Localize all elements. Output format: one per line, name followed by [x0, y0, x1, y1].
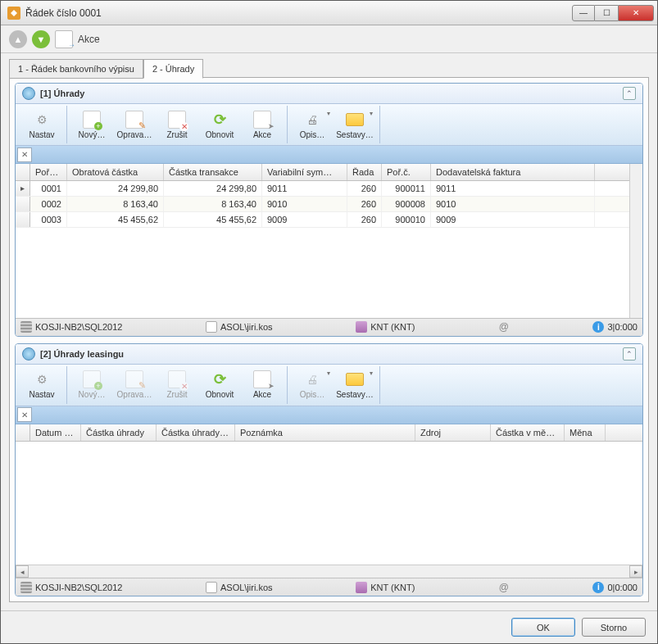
nav-up-icon[interactable]: ▲: [9, 30, 27, 48]
paper-action-icon[interactable]: [55, 30, 73, 48]
minimize-button[interactable]: —: [572, 5, 595, 21]
db-icon: [356, 582, 367, 593]
toolbar-uhrady: ⚙Nastav Nový… Oprava… Zrušit ⟳Obnovit Ak…: [16, 104, 642, 146]
table-row[interactable]: 0003 45 455,62 45 455,62 9009 260 900010…: [16, 212, 629, 228]
window: Řádek číslo 0001 — ☐ ✕ ▲ ▼ Akce 1 - Řáde…: [0, 0, 658, 644]
world-icon: [22, 347, 35, 361]
status-bar-uhrady: KOSJI-NB2\SQL2012 ASOL\jiri.kos KNT (KNT…: [16, 318, 642, 336]
grid-uhrady: Poř… Obratová částka Částka transakce Va…: [16, 164, 642, 318]
col-poznamka[interactable]: Poznámka: [235, 424, 415, 441]
tab-panel: [1] Úhrady ⌃ ⚙Nastav Nový… Oprava… Zruši…: [9, 77, 649, 602]
filter-bar: ✕: [16, 406, 642, 424]
grid-body: ▸ 0001 24 299,80 24 299,80 9011 260 9000…: [16, 181, 629, 318]
col-zdroj[interactable]: Zdroj: [415, 424, 491, 441]
status-server: KOSJI-NB2\SQL2012: [35, 583, 122, 592]
section-leasingu: [2] Úhrady leasingu ⌃ ⚙Nastav Nový… Opra…: [15, 343, 643, 597]
tab-strip: 1 - Řádek bankovního výpisu 2 - Úhrady: [9, 58, 649, 78]
zrusit-button[interactable]: Zrušit: [156, 366, 198, 404]
client-area: 1 - Řádek bankovního výpisu 2 - Úhrady […: [1, 53, 657, 610]
zrusit-button[interactable]: Zrušit: [156, 106, 198, 143]
table-row[interactable]: 0002 8 163,40 8 163,40 9010 260 900008 9…: [16, 197, 629, 212]
user-icon: [206, 582, 217, 593]
nastav-button[interactable]: ⚙Nastav: [20, 106, 63, 143]
akce-button[interactable]: Akce: [241, 366, 284, 404]
info-icon: i: [592, 321, 604, 333]
collapse-button[interactable]: ⌃: [623, 87, 636, 100]
clear-filter-button[interactable]: ✕: [17, 147, 32, 162]
table-row[interactable]: ▸ 0001 24 299,80 24 299,80 9011 260 9000…: [16, 181, 629, 197]
grid-body: [16, 442, 642, 565]
world-icon: [22, 87, 35, 100]
col-castka[interactable]: Částka úhrady: [81, 424, 157, 441]
row-selector-icon[interactable]: ▸: [16, 181, 30, 196]
grid-header: Poř… Obratová částka Částka transakce Va…: [16, 164, 629, 181]
obnovit-button[interactable]: ⟳Obnovit: [198, 106, 241, 143]
grid-header: Datum v… Částka úhrady Částka úhrady … P…: [16, 424, 642, 442]
col-por[interactable]: Poř…: [30, 164, 67, 180]
obnovit-button[interactable]: ⟳Obnovit: [198, 366, 241, 404]
app-icon: [7, 7, 20, 20]
sestavy-button[interactable]: Sestavy…▾: [334, 366, 376, 404]
ribbon-action-label[interactable]: Akce: [78, 34, 100, 45]
window-title: Řádek číslo 0001: [25, 7, 572, 19]
section-uhrady: [1] Úhrady ⌃ ⚙Nastav Nový… Oprava… Zruši…: [15, 83, 643, 337]
nav-down-icon[interactable]: ▼: [32, 30, 50, 48]
close-button[interactable]: ✕: [618, 5, 654, 21]
tab-uhrady[interactable]: 2 - Úhrady: [143, 59, 203, 79]
status-count: 3|0:000: [607, 322, 638, 332]
col-porc[interactable]: Poř.č.: [382, 164, 431, 180]
status-user: ASOL\jiri.kos: [220, 322, 273, 332]
ribbon-bar: ▲ ▼ Akce: [1, 25, 657, 53]
status-db: KNT (KNT): [370, 322, 415, 332]
col-mena[interactable]: Měna: [565, 424, 606, 441]
section-title: [2] Úhrady leasingu: [40, 349, 618, 359]
toolbar-leasingu: ⚙Nastav Nový… Oprava… Zrušit ⟳Obnovit Ak…: [16, 365, 642, 406]
status-count: 0|0:000: [607, 583, 638, 592]
vertical-scrollbar[interactable]: [629, 164, 642, 318]
akce-button[interactable]: Akce: [241, 106, 284, 143]
button-bar: OK Storno: [1, 610, 657, 643]
nastav-button[interactable]: ⚙Nastav: [20, 366, 63, 404]
db-icon: [356, 321, 367, 333]
ok-button[interactable]: OK: [511, 618, 575, 637]
status-server: KOSJI-NB2\SQL2012: [35, 322, 122, 332]
grid-leasingu: Datum v… Částka úhrady Částka úhrady … P…: [16, 424, 642, 578]
horizontal-scrollbar[interactable]: ◂ ▸: [16, 565, 642, 578]
section-header-uhrady: [1] Úhrady ⌃: [16, 84, 642, 104]
maximize-button[interactable]: ☐: [595, 5, 618, 21]
col-mena-castka[interactable]: Částka v měně…: [491, 424, 565, 441]
titlebar: Řádek číslo 0001 — ☐ ✕: [1, 1, 657, 25]
col-castka2[interactable]: Částka úhrady …: [157, 424, 235, 441]
oprava-button[interactable]: Oprava…: [113, 366, 156, 404]
info-icon: i: [592, 582, 604, 593]
novy-button[interactable]: Nový…: [70, 106, 113, 143]
col-obratova[interactable]: Obratová částka: [67, 164, 164, 180]
user-icon: [206, 321, 217, 333]
at-icon: @: [498, 582, 510, 593]
sestavy-button[interactable]: Sestavy…▾: [334, 106, 376, 143]
server-icon: [20, 321, 32, 333]
at-icon: @: [498, 321, 510, 333]
tab-bank-row[interactable]: 1 - Řádek bankovního výpisu: [9, 59, 143, 79]
scroll-right-icon[interactable]: ▸: [629, 565, 642, 578]
filter-bar: ✕: [16, 146, 642, 164]
scroll-left-icon[interactable]: ◂: [16, 565, 29, 578]
section-header-leasingu: [2] Úhrady leasingu ⌃: [16, 344, 642, 365]
server-icon: [20, 582, 32, 593]
status-user: ASOL\jiri.kos: [220, 583, 273, 592]
col-rada[interactable]: Řada: [347, 164, 382, 180]
status-db: KNT (KNT): [370, 583, 415, 592]
oprava-button[interactable]: Oprava…: [113, 106, 156, 143]
col-datum[interactable]: Datum v…: [30, 424, 81, 441]
novy-button[interactable]: Nový…: [70, 366, 113, 404]
col-dodav[interactable]: Dodavatelská faktura: [431, 164, 595, 180]
col-varsym[interactable]: Variabilní sym…: [262, 164, 347, 180]
clear-filter-button[interactable]: ✕: [17, 407, 32, 422]
col-transakce[interactable]: Částka transakce: [164, 164, 262, 180]
opis-button[interactable]: 🖨Opis…▾: [291, 366, 334, 404]
opis-button[interactable]: 🖨Opis…▾: [291, 106, 334, 143]
collapse-button[interactable]: ⌃: [623, 347, 636, 361]
section-title: [1] Úhrady: [40, 88, 618, 98]
status-bar-leasingu: KOSJI-NB2\SQL2012 ASOL\jiri.kos KNT (KNT…: [16, 578, 642, 596]
storno-button[interactable]: Storno: [582, 618, 646, 637]
